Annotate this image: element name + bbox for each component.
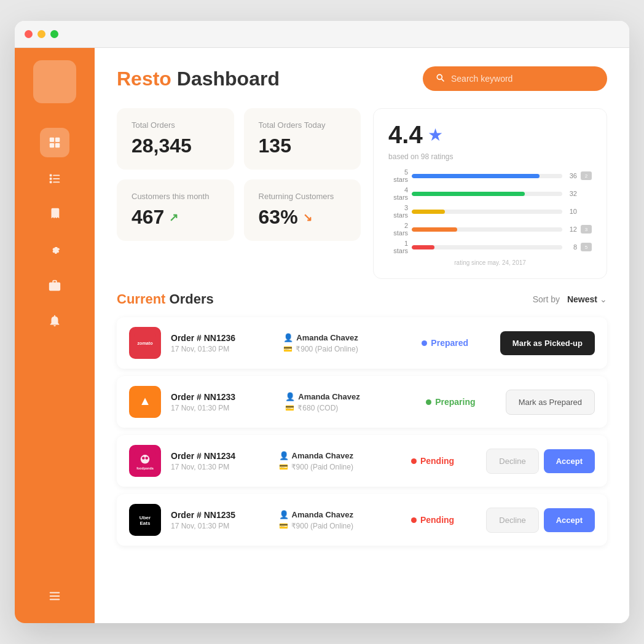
status-badge: Preparing (435, 397, 475, 407)
svg-rect-9 (53, 182, 60, 183)
customer-payment: 💳 ₹900 (Paid Online) (283, 345, 412, 353)
svg-rect-7 (53, 178, 60, 179)
search-bar[interactable] (423, 66, 607, 91)
bar-label: 1 stars (388, 240, 408, 254)
ratings-card: 4.4 ★ based on 98 ratings 5 stars 36 2 4… (373, 108, 607, 279)
status-dot (426, 399, 431, 405)
orders-today-card: Total Orders Today 135 (244, 108, 361, 170)
bar-count: 36 (566, 172, 577, 179)
customer-name: 👤 Amanda Chavez (285, 392, 416, 401)
sidebar-item-settings[interactable] (40, 235, 69, 264)
bar-label: 4 stars (388, 186, 408, 201)
order-status: Prepared (422, 338, 490, 348)
svg-rect-2 (50, 143, 54, 147)
rating-since: rating since may. 24, 2017 (388, 259, 592, 266)
search-input[interactable] (451, 74, 595, 84)
titlebar (15, 21, 629, 48)
svg-rect-10 (50, 592, 60, 594)
bar-count: 12 (566, 226, 577, 233)
customers-card: Customers this month 467 ↗ (117, 179, 234, 241)
order-actions: Decline Accept (486, 508, 595, 533)
order-logo: ▲ (129, 386, 161, 418)
svg-rect-1 (55, 138, 60, 142)
svg-rect-8 (50, 181, 52, 184)
sidebar-item-receipt[interactable] (40, 199, 69, 229)
customer-payment: 💳 ₹900 (Paid Online) (279, 463, 401, 471)
order-customer: 👤 Amanda Chavez 💳 ₹900 (Paid Online) (283, 333, 412, 353)
card-icon: 💳 (285, 404, 294, 412)
sidebar-item-grid[interactable] (40, 128, 69, 157)
returning-card: Returning Customers 63% ↘ (244, 179, 361, 241)
status-dot (411, 517, 417, 523)
person-icon: 👤 (279, 510, 289, 519)
sidebar-item-menu[interactable] (40, 581, 69, 611)
svg-rect-6 (50, 178, 52, 180)
svg-rect-4 (50, 175, 52, 177)
customer-name: 👤 Amanda Chavez (283, 333, 412, 342)
returning-label: Returning Customers (259, 192, 347, 201)
stats-cards: Total Orders 28,345 Total Orders Today 1… (117, 108, 361, 279)
sidebar-item-briefcase[interactable] (40, 270, 69, 300)
order-status: Pending (411, 456, 476, 466)
decline-button[interactable]: Decline (486, 508, 538, 533)
traffic-lights (25, 30, 58, 38)
chevron-down-icon: ⌄ (600, 294, 607, 304)
svg-rect-5 (53, 175, 60, 176)
orders-header: Current Orders Sort by Newest ⌄ (117, 291, 607, 307)
svg-point-18 (141, 455, 149, 463)
table-row: ▲ Order # NN1233 17 Nov, 01:30 PM 👤 Aman… (117, 376, 607, 428)
order-info: Order # NN1235 17 Nov, 01:30 PM (171, 510, 269, 530)
order-customer: 👤 Amanda Chavez 💳 ₹900 (Paid Online) (279, 451, 401, 471)
bar-fill (412, 227, 457, 232)
sort-by[interactable]: Sort by Newest ⌄ (533, 294, 607, 304)
returning-value: 63% ↘ (259, 206, 347, 229)
order-status: Preparing (426, 397, 496, 407)
search-icon (435, 73, 445, 85)
order-number: Order # NN1233 (171, 392, 275, 402)
bar-fill (412, 174, 540, 178)
trend-up-icon: ↗ (169, 211, 178, 224)
ratings-top: 4.4 ★ (388, 121, 592, 149)
order-status: Pending (411, 515, 476, 525)
stats-row: Total Orders 28,345 Total Orders Today 1… (117, 108, 607, 279)
orders-today-value: 135 (259, 135, 347, 157)
customer-name: 👤 Amanda Chavez (279, 510, 401, 519)
order-date: 17 Nov, 01:30 PM (171, 522, 269, 530)
app-window: Resto Dashboard Total Orders (15, 21, 629, 623)
table-row: Uber Eats Order # NN1235 17 Nov, 01:30 P… (117, 494, 607, 546)
bar-track (412, 174, 562, 178)
bar-count: 32 (566, 190, 577, 197)
order-date: 17 Nov, 01:30 PM (171, 463, 269, 471)
sidebar-item-bell[interactable] (40, 306, 69, 336)
order-actions: Decline Accept (486, 449, 595, 474)
order-actions: Mark as Picked-up (500, 331, 595, 355)
close-button[interactable] (25, 30, 33, 38)
bar-count: 8 (566, 243, 577, 251)
status-badge: Prepared (431, 338, 468, 348)
sidebar-item-list[interactable] (40, 163, 69, 193)
bar-label: 5 stars (388, 168, 408, 183)
rating-sub: based on 98 ratings (388, 152, 592, 161)
sidebar (15, 48, 95, 623)
status-dot (411, 458, 417, 464)
main-content: Resto Dashboard Total Orders (95, 48, 629, 623)
bar-label: 3 stars (388, 204, 408, 219)
mark-pickup-button[interactable]: Mark as Picked-up (500, 331, 595, 355)
decline-button[interactable]: Decline (486, 449, 538, 474)
accept-button[interactable]: Accept (544, 508, 595, 532)
bar-count: 10 (566, 208, 577, 215)
svg-text:▲: ▲ (139, 394, 151, 407)
mark-prepared-button[interactable]: Mark as Prepared (506, 390, 595, 415)
order-customer: 👤 Amanda Chavez 💳 ₹900 (Paid Online) (279, 510, 401, 530)
minimize-button[interactable] (37, 30, 45, 38)
app-body: Resto Dashboard Total Orders (15, 48, 629, 623)
sort-value: Newest (567, 294, 597, 304)
accept-button[interactable]: Accept (544, 449, 595, 473)
orders-title: Current Orders (117, 291, 214, 307)
status-badge: Pending (420, 456, 454, 466)
maximize-button[interactable] (50, 30, 58, 38)
svg-text:Uber: Uber (139, 515, 151, 520)
bar-comment-icon: 3 (581, 225, 592, 234)
status-badge: Pending (420, 515, 454, 525)
stats-bottom: Customers this month 467 ↗ Returning Cus… (117, 179, 361, 241)
